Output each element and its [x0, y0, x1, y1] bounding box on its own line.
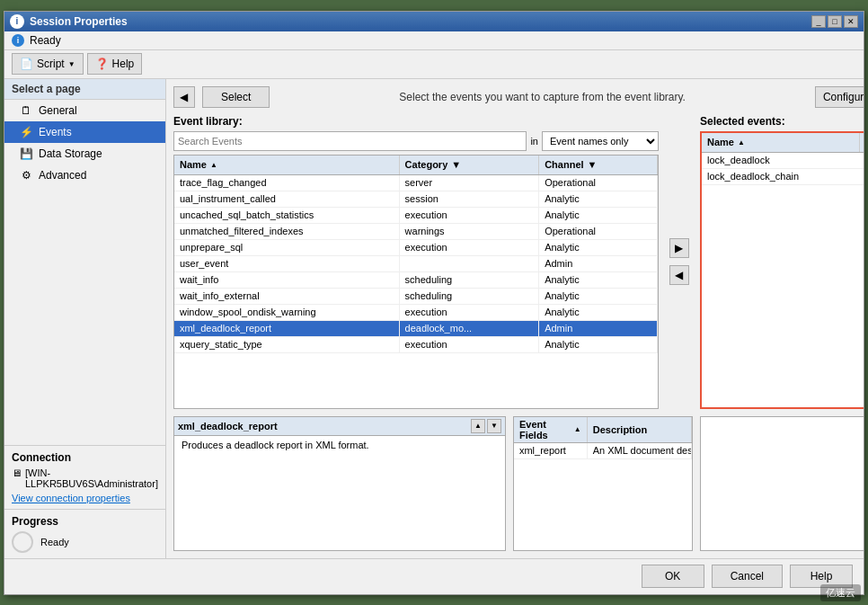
- table-row[interactable]: window_spool_ondisk_warning execution An…: [174, 305, 658, 321]
- table-row[interactable]: ual_instrument_called session Analytic: [174, 191, 658, 208]
- row-category: warnings: [400, 224, 540, 239]
- prev-arrow-button[interactable]: ◀: [173, 86, 195, 108]
- selected-events-panel: Selected events: Name ▲ ✏ ▼: [700, 115, 864, 409]
- col-header-name[interactable]: Name ▲: [174, 156, 400, 174]
- data-storage-icon: 💾: [19, 147, 33, 161]
- col-header-channel[interactable]: Channel ▼: [539, 156, 658, 174]
- selected-row[interactable]: lock_deadlock 0: [702, 153, 864, 169]
- row-channel: Admin: [539, 321, 658, 336]
- name-sort-icon: ▲: [210, 161, 217, 169]
- script-label: Script: [37, 58, 65, 70]
- detail-down-button[interactable]: ▼: [487, 419, 501, 433]
- col-header-category[interactable]: Category ▼: [400, 156, 540, 174]
- toolbar: 📄 Script ▼ ❓ Help: [4, 50, 864, 79]
- help-button[interactable]: ❓ Help: [87, 53, 143, 75]
- category-filter-icon: ▼: [451, 159, 461, 170]
- help-icon: ❓: [95, 58, 109, 70]
- ef-col-desc[interactable]: Description: [588, 417, 692, 442]
- status-text: Ready: [30, 34, 61, 47]
- ok-button[interactable]: OK: [642, 565, 704, 588]
- row-name: window_spool_ondisk_warning: [174, 305, 400, 320]
- row-name: user_event: [174, 256, 400, 271]
- row-category: scheduling: [400, 272, 540, 288]
- add-event-button[interactable]: ▶: [669, 238, 689, 258]
- row-channel: Analytic: [539, 208, 658, 223]
- maximize-button[interactable]: □: [828, 15, 842, 28]
- event-detail-panel: xml_deadlock_report ▲ ▼ Produces a deadl…: [173, 416, 506, 551]
- table-row[interactable]: unprepare_sql execution Analytic: [174, 240, 658, 256]
- script-icon: 📄: [20, 58, 33, 70]
- ef-field-desc: An XML document des...: [588, 443, 692, 458]
- table-row[interactable]: uncached_sql_batch_statistics execution …: [174, 208, 658, 224]
- sidebar-item-data-storage[interactable]: 💾 Data Storage: [4, 143, 165, 165]
- selected-events-label: Selected events:: [700, 115, 864, 128]
- row-channel: Analytic: [539, 337, 658, 352]
- cancel-button[interactable]: Cancel: [712, 565, 783, 588]
- event-library-header: Name ▲ Category ▼ Channel ▼: [174, 156, 658, 175]
- table-row[interactable]: unmatched_filtered_indexes warnings Oper…: [174, 224, 658, 240]
- sel-row-name: lock_deadlock: [702, 153, 864, 168]
- sel-row-name: lock_deadlock_chain: [702, 169, 864, 184]
- connection-text: [WIN-LLPKR5BUV6S\Administrator]: [25, 467, 158, 489]
- status-icon: i: [12, 34, 24, 47]
- remove-event-button[interactable]: ◀: [669, 265, 689, 285]
- selected-events-header: Name ▲ ✏ ▼: [702, 133, 864, 153]
- sel-col-name[interactable]: Name ▲: [702, 133, 860, 152]
- sidebar-item-general[interactable]: 🗒 General: [4, 100, 165, 121]
- table-row[interactable]: xml_deadlock_report deadlock_mo... Admin: [174, 321, 658, 337]
- middle-arrows: ▶ ◀: [666, 115, 693, 409]
- select-button[interactable]: Select: [202, 86, 270, 108]
- connection-title: Connection: [12, 451, 158, 464]
- table-row[interactable]: trace_flag_changed server Operational: [174, 175, 658, 191]
- row-name: unprepare_sql: [174, 240, 400, 255]
- row-category: execution: [400, 208, 540, 223]
- left-panel: Select a page 🗒 General ⚡ Events 💾 Data …: [4, 79, 166, 558]
- row-channel: Operational: [539, 224, 658, 239]
- minimize-button[interactable]: _: [811, 15, 826, 28]
- search-input[interactable]: [173, 131, 527, 151]
- table-row[interactable]: xquery_static_type execution Analytic: [174, 337, 658, 353]
- selected-events-table: Name ▲ ✏ ▼ lock_deadlock 0: [700, 131, 864, 409]
- title-controls[interactable]: _ □ ✕: [811, 15, 858, 28]
- sidebar-item-advanced[interactable]: ⚙ Advanced: [4, 165, 165, 186]
- table-row[interactable]: wait_info_external scheduling Analytic: [174, 289, 658, 305]
- title-bar-left: i Session Properties: [10, 14, 128, 29]
- window-title: Session Properties: [30, 15, 128, 28]
- event-library-table: Name ▲ Category ▼ Channel ▼: [173, 155, 659, 409]
- table-row[interactable]: user_event Admin: [174, 256, 658, 272]
- event-detail-description: Produces a deadlock report in XML format…: [182, 440, 369, 450]
- progress-section: Progress Ready: [4, 509, 165, 558]
- row-name: ual_instrument_called: [174, 191, 400, 207]
- configure-button[interactable]: Configure: [815, 86, 864, 108]
- progress-circle: [12, 531, 33, 553]
- selected-row[interactable]: lock_deadlock_chain 0: [702, 169, 864, 185]
- selected-events-body: lock_deadlock 0 lock_deadlock_chain 0: [702, 153, 864, 407]
- search-row: in Event names only All columns: [173, 131, 659, 151]
- table-row[interactable]: wait_info scheduling Analytic: [174, 272, 658, 289]
- sel-col-icons[interactable]: ✏ ▼: [860, 133, 864, 152]
- ef-col-field[interactable]: Event Fields ▲: [514, 417, 588, 442]
- filter-select[interactable]: Event names only All columns: [542, 131, 659, 151]
- row-category: [400, 256, 540, 271]
- row-category: session: [400, 191, 540, 207]
- main-content: Select a page 🗒 General ⚡ Events 💾 Data …: [4, 79, 864, 558]
- event-field-row[interactable]: xml_report An XML document des...: [514, 443, 692, 459]
- row-category: execution: [400, 337, 540, 352]
- progress-item: Ready: [12, 531, 158, 553]
- view-properties-link[interactable]: View connection properties: [12, 493, 158, 503]
- right-panel: ◀ Select Select the events you want to c…: [166, 79, 864, 558]
- event-detail-header: xml_deadlock_report ▲ ▼: [174, 417, 505, 436]
- select-page-title: Select a page: [4, 79, 165, 100]
- row-channel: Operational: [539, 175, 658, 191]
- detail-up-button[interactable]: ▲: [471, 419, 485, 433]
- in-label: in: [530, 136, 538, 147]
- close-button[interactable]: ✕: [844, 15, 858, 28]
- row-category: execution: [400, 305, 540, 320]
- sel-name-sort-icon: ▲: [738, 138, 745, 147]
- row-name: xquery_static_type: [174, 337, 400, 352]
- sidebar-item-events[interactable]: ⚡ Events: [4, 121, 165, 143]
- select-description: Select the events you want to capture fr…: [277, 91, 808, 103]
- script-button[interactable]: 📄 Script ▼: [12, 53, 84, 75]
- progress-status: Ready: [40, 537, 69, 547]
- connection-item: 🖥 [WIN-LLPKR5BUV6S\Administrator]: [12, 467, 158, 489]
